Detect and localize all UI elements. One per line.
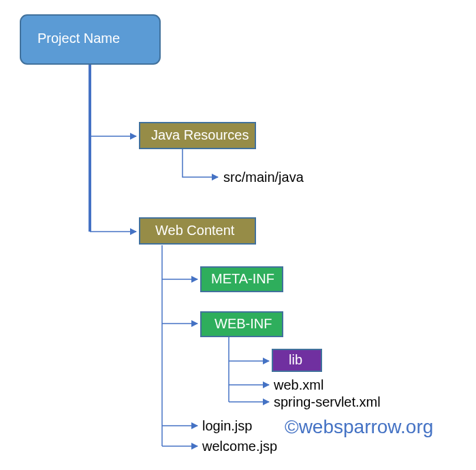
- src-main-java-label: src/main/java: [223, 170, 304, 185]
- java-resources-label: Java Resources: [151, 127, 249, 142]
- project-structure-diagram: Project Name Java Resources src/main/jav…: [0, 0, 476, 470]
- lib-label: lib: [289, 352, 302, 367]
- node-web-inf: WEB-INF: [201, 312, 283, 336]
- login-jsp-label: login.jsp: [202, 418, 252, 433]
- spring-servlet-xml-label: spring-servlet.xml: [274, 394, 381, 409]
- node-meta-inf: META-INF: [201, 267, 283, 292]
- watermark: ©websparrow.org: [285, 416, 433, 437]
- web-inf-label: WEB-INF: [215, 316, 272, 331]
- node-web-content: Web Content: [140, 218, 255, 244]
- node-java-resources: Java Resources: [140, 123, 255, 148]
- web-xml-label: web.xml: [273, 377, 323, 392]
- node-lib: lib: [272, 349, 321, 371]
- node-project-name: Project Name: [20, 15, 160, 64]
- project-name-label: Project Name: [37, 31, 120, 46]
- welcome-jsp-label: welcome.jsp: [202, 439, 277, 454]
- meta-inf-label: META-INF: [211, 271, 274, 286]
- web-content-label: Web Content: [155, 223, 235, 238]
